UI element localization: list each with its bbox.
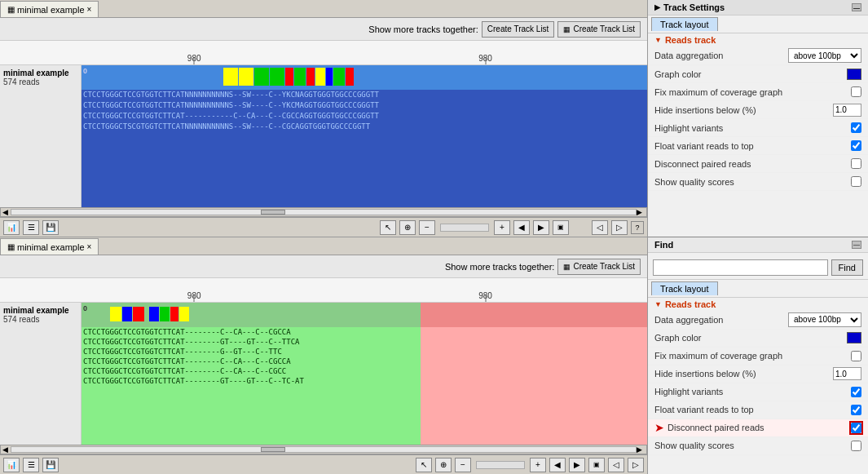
hide-insertions-input-top[interactable] xyxy=(833,104,861,117)
float-variants-checkbox-bottom[interactable] xyxy=(851,405,861,415)
settings-title-top: Track Settings xyxy=(663,2,725,12)
find-title: Find xyxy=(654,240,848,250)
settings-header-top: ▶ Track Settings — xyxy=(648,0,868,16)
track-layout-tab-bottom[interactable]: Track layout xyxy=(651,281,718,295)
scroll-right-btn-bottom[interactable]: ▶ xyxy=(637,445,645,454)
redo-btn-top[interactable]: ▷ xyxy=(611,220,628,235)
help-btn-top[interactable]: ? xyxy=(631,221,644,234)
minimize-find-btn[interactable]: — xyxy=(852,241,861,249)
tab-close-bottom[interactable]: × xyxy=(87,242,92,251)
tab-bar-top: ▦ minimal example × xyxy=(0,0,647,18)
find-input[interactable] xyxy=(653,259,828,276)
save-btn-top[interactable]: 💾 xyxy=(42,220,59,235)
disconnect-paired-checkbox-top[interactable] xyxy=(851,158,861,169)
list-btn-bottom[interactable]: ☰ xyxy=(23,458,39,472)
scroll-left-btn-top[interactable]: ◀ xyxy=(2,208,11,216)
float-variants-row-top: Float variant reads to top xyxy=(648,137,868,155)
zoom-btn-bottom[interactable]: ⊕ xyxy=(435,458,452,472)
bottom-toolbar-top: 📊 ☰ 💾 ↖ ⊕ − + ◀ ▶ ▣ ◁ ▷ ? xyxy=(0,217,647,237)
tab-close-top[interactable]: × xyxy=(87,5,92,14)
zoom-slider-bottom[interactable] xyxy=(476,461,525,469)
undo-btn-top[interactable]: ◁ xyxy=(592,220,608,235)
zoom-out-btn-bottom[interactable]: − xyxy=(455,458,471,472)
toolbar-bottom: Show more tracks together: ▦ Create Trac… xyxy=(0,255,647,278)
create-track-list-btn-top[interactable]: Create Track List xyxy=(482,21,555,38)
show-quality-row-bottom: Show quality scores xyxy=(648,437,868,455)
scroll-right-btn-top[interactable]: ▶ xyxy=(637,208,645,216)
data-aggregation-label-bottom: Data aggregation xyxy=(654,315,788,325)
hide-insertions-row-top: Hide insertions below (%) xyxy=(648,101,868,119)
highlight-variants-checkbox-top[interactable] xyxy=(851,122,861,133)
scrollbar-track-bottom[interactable] xyxy=(11,446,637,453)
next-btn-bottom[interactable]: ▶ xyxy=(569,458,585,472)
graph-color-control-top xyxy=(847,69,861,80)
next-btn-top[interactable]: ▶ xyxy=(533,220,549,235)
settings-scroll-top[interactable]: ▼ Reads track Data aggregation above 100… xyxy=(648,33,868,237)
track-body-bottom[interactable]: 0 xyxy=(82,303,647,445)
find-btn[interactable]: Find xyxy=(831,259,863,276)
tab-bar-bottom: ▦ minimal example × xyxy=(0,237,647,255)
scrollbar-track-top[interactable] xyxy=(11,209,637,215)
block-red-3 xyxy=(346,68,354,86)
undo-btn-bottom[interactable]: ◁ xyxy=(608,458,624,472)
track-layout-tab-top[interactable]: Track layout xyxy=(651,17,718,31)
minimize-settings-btn[interactable]: — xyxy=(852,3,861,11)
disconnect-paired-label-bottom: Disconnect paired reads xyxy=(668,423,851,432)
data-aggregation-select-bottom[interactable]: above 100bpbelow 100bp xyxy=(788,312,861,327)
scrollbar-h-top[interactable]: ◀ ▶ xyxy=(0,207,647,217)
ruler-tick-right-bottom xyxy=(485,295,486,302)
hide-insertions-control-bottom xyxy=(833,367,861,380)
zoom-slider-top[interactable] xyxy=(440,224,489,232)
block-red-1 xyxy=(285,68,293,86)
fit-btn-bottom[interactable]: ▣ xyxy=(588,458,605,472)
float-variants-row-bottom: Float variant reads to top xyxy=(648,401,868,419)
show-quality-checkbox-bottom[interactable] xyxy=(851,441,861,451)
data-aggregation-select-top[interactable]: above 100bpbelow 100bp xyxy=(788,48,861,63)
save-btn-bottom[interactable]: 💾 xyxy=(42,458,59,472)
tab-label-bottom: minimal example xyxy=(17,242,85,252)
hide-insertions-input-bottom[interactable] xyxy=(833,367,861,380)
zoom-btn-top[interactable]: ⊕ xyxy=(399,220,416,235)
fix-max-coverage-checkbox-top[interactable] xyxy=(851,86,861,97)
zoom-out-btn-top[interactable]: − xyxy=(419,220,435,235)
prev-btn-top[interactable]: ◀ xyxy=(513,220,530,235)
graph-color-swatch-bottom[interactable] xyxy=(847,332,861,343)
bar-chart-btn-top[interactable]: 📊 xyxy=(3,220,20,235)
fix-max-coverage-row-top: Fix maximum of coverage graph xyxy=(648,83,868,101)
fit-btn-top[interactable]: ▣ xyxy=(553,220,569,235)
tab-top-minimal[interactable]: ▦ minimal example × xyxy=(0,1,99,17)
create-track-list-btn-bottom[interactable]: ▦ Create Track List xyxy=(557,259,641,275)
highlight-variants-row-bottom: Highlight variants xyxy=(648,383,868,401)
ruler-tick-right-top xyxy=(485,58,486,64)
disconnect-paired-checkbox-bottom[interactable] xyxy=(851,423,861,433)
fix-max-coverage-control-top xyxy=(851,86,861,97)
float-variants-checkbox-top[interactable] xyxy=(851,140,861,151)
bar-chart-btn-bottom[interactable]: 📊 xyxy=(3,458,20,472)
data-aggregation-control-top: above 100bpbelow 100bp xyxy=(788,48,861,63)
zoom-in-btn-top[interactable]: + xyxy=(494,220,510,235)
hide-insertions-label-top: Hide insertions below (%) xyxy=(654,105,833,115)
expand-icon-top: ▶ xyxy=(654,3,660,11)
graph-color-swatch-top[interactable] xyxy=(847,69,861,80)
prev-btn-bottom[interactable]: ◀ xyxy=(549,458,566,472)
track-reads-bottom: 574 reads xyxy=(3,315,39,324)
toolbar-top: Show more tracks together: Create Track … xyxy=(0,18,647,41)
scrollbar-thumb-top[interactable] xyxy=(261,210,285,215)
fix-max-coverage-checkbox-bottom[interactable] xyxy=(851,351,861,361)
highlight-variants-checkbox-bottom[interactable] xyxy=(851,387,861,397)
track-body-top[interactable]: 0 xyxy=(82,65,647,207)
scroll-left-btn-bottom[interactable]: ◀ xyxy=(2,445,11,454)
create-track-list-btn-top-render[interactable]: ▦ Create Track List xyxy=(557,21,641,38)
cursor-btn-bottom[interactable]: ↖ xyxy=(416,458,432,472)
scrollbar-h-bottom[interactable]: ◀ ▶ xyxy=(0,445,647,454)
cursor-btn-top[interactable]: ↖ xyxy=(380,220,396,235)
scrollbar-thumb-bottom[interactable] xyxy=(261,447,285,452)
settings-scroll-bottom[interactable]: ▼ Reads track Data aggregation above 100… xyxy=(648,298,868,475)
zoom-in-btn-bottom[interactable]: + xyxy=(530,458,546,472)
list-btn-top[interactable]: ☰ xyxy=(23,220,39,235)
track-name-top: minimal example xyxy=(3,69,69,78)
redo-btn-bottom[interactable]: ▷ xyxy=(628,458,644,472)
tab-bottom-minimal[interactable]: ▦ minimal example × xyxy=(0,238,99,255)
disconnect-paired-control-bottom xyxy=(851,423,861,433)
show-quality-checkbox-top[interactable] xyxy=(851,176,861,187)
